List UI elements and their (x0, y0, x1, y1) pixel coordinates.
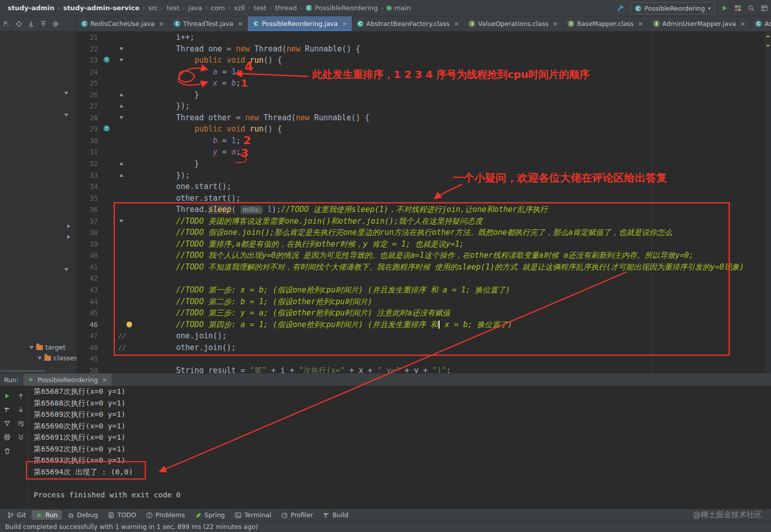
close-icon[interactable]: × (638, 20, 644, 27)
editor-tab[interactable]: CAbstractBeanFactory.class× (352, 16, 464, 31)
editor-tab[interactable]: IBaseMapper.class× (563, 16, 648, 31)
line-number[interactable]: 35 (76, 193, 100, 204)
build-button[interactable] (4, 406, 11, 413)
error-stripe[interactable] (765, 32, 771, 373)
line-number[interactable]: 27 (76, 100, 100, 112)
code-text[interactable]: b = 1; (135, 135, 771, 147)
line-number[interactable]: 42 (76, 273, 100, 284)
line-number[interactable]: 48 (76, 342, 100, 354)
close-icon[interactable]: × (553, 20, 558, 27)
code-text[interactable]: } (135, 158, 771, 170)
code-text[interactable]: public void run() { (135, 123, 771, 135)
tree-expand-icon[interactable] (38, 357, 42, 360)
fold-expand-icon[interactable] (119, 104, 123, 108)
warning-mark[interactable] (766, 45, 769, 46)
code-text[interactable]: y = a; (135, 146, 771, 158)
editor-tab[interactable]: CRedisCacheUse.java× (76, 16, 169, 31)
editor-tab[interactable]: CPossibleReordering.java× (248, 16, 352, 31)
tree-item-classes[interactable]: classes (38, 354, 77, 362)
tree-collapse-icon[interactable] (67, 224, 70, 228)
close-icon[interactable]: × (238, 20, 243, 27)
project-panel-label[interactable]: P.. (4, 20, 10, 28)
tool-window-button-terminal[interactable]: Terminal (230, 510, 275, 520)
breadcrumb-item[interactable]: java (188, 4, 202, 12)
code-text[interactable]: //TODO 第四步: a = 1; (假设one抢到cpu时间片) (并且发生… (135, 319, 771, 331)
code-text[interactable]: other.join(); (135, 342, 771, 354)
code-text[interactable]: //TODO 第二步: b = 1; (假设other抢到cpu时间片) (135, 296, 771, 308)
fold-expand-icon[interactable] (119, 162, 123, 165)
rerun-button[interactable] (4, 392, 11, 400)
code-text[interactable]: //TODO 假设one.join();那么肯定是先执行完one里边的run方法… (135, 227, 771, 238)
override-method-icon[interactable]: ↑ (104, 125, 110, 131)
print-button[interactable] (4, 434, 11, 441)
breadcrumb-item[interactable]: com (211, 4, 225, 12)
breadcrumb-item[interactable]: thread (275, 4, 297, 12)
line-number[interactable]: 33 (76, 170, 100, 181)
console-output[interactable]: 第65687次执行(x=0 y=1)第65688次执行(x=0 y=1)第656… (29, 386, 771, 509)
code-text[interactable]: //TODO 不知道我理解的对不对，有时间找个大佬请教下。我在跑程序时候 使用的… (135, 261, 771, 273)
layout-button[interactable] (761, 5, 768, 12)
code-text[interactable]: one.start(); (135, 181, 771, 193)
tree-item-target[interactable]: target (30, 343, 66, 351)
locate-icon[interactable] (15, 20, 22, 28)
tool-window-button-profiler[interactable]: Profiler (277, 510, 317, 520)
breadcrumb-item[interactable]: test (253, 4, 266, 12)
code-text[interactable]: public void run() { (135, 55, 771, 66)
code-text[interactable]: //TODO 美团的博客说这里需要one.join()和other.join()… (135, 216, 771, 227)
code-text[interactable]: one.join(); (135, 330, 771, 342)
tree-expand-icon[interactable] (64, 114, 68, 117)
line-number[interactable]: 24 (76, 66, 100, 78)
breadcrumb-item[interactable]: main (387, 4, 410, 12)
line-number[interactable]: 30 (76, 135, 100, 147)
close-icon[interactable]: × (102, 376, 107, 384)
intention-bulb-icon[interactable] (126, 322, 132, 327)
line-number[interactable]: 44 (76, 296, 100, 308)
search-button[interactable] (748, 5, 755, 12)
line-number[interactable]: 23 (76, 55, 100, 66)
code-text[interactable]: i++; (135, 32, 771, 43)
line-number[interactable]: 28 (76, 112, 100, 124)
tool-window-button-run[interactable]: Run (32, 510, 62, 520)
expand-icon[interactable] (28, 20, 35, 28)
breadcrumb-item[interactable]: CPossibleReordering (305, 4, 378, 12)
breadcrumb-item[interactable]: xzll (234, 4, 245, 12)
close-icon[interactable]: × (454, 20, 459, 27)
tree-collapse-icon[interactable] (67, 235, 70, 239)
soft-wrap-button[interactable] (17, 420, 24, 427)
horizontal-scrollbar[interactable] (0, 370, 46, 372)
code-text[interactable]: }); (135, 170, 771, 181)
fold-collapse-icon[interactable] (119, 47, 123, 50)
tool-window-button-spring[interactable]: Spring (191, 510, 229, 520)
code-text[interactable]: //TODO 第三步: y = a; (假设other抢到cpu时间片) 注意此… (135, 307, 771, 319)
fold-expand-icon[interactable] (119, 93, 123, 96)
tool-window-button-git[interactable]: Git (3, 510, 30, 520)
line-number[interactable]: 41 (76, 261, 100, 273)
override-method-icon[interactable]: ↑ (104, 57, 110, 63)
tree-expand-icon[interactable] (64, 92, 68, 95)
navigate-up-button[interactable] (17, 392, 24, 400)
line-number[interactable]: 39 (76, 238, 100, 250)
breadcrumb-item[interactable]: test (167, 4, 179, 12)
line-number[interactable]: 40 (76, 250, 100, 261)
tree-expand-icon[interactable] (30, 346, 34, 349)
line-number[interactable]: 26 (76, 89, 100, 101)
code-text[interactable]: other.start(); (135, 193, 771, 204)
code-text[interactable] (135, 353, 771, 365)
breadcrumb-item[interactable]: src (148, 4, 158, 12)
tool-window-button-build[interactable]: Build (319, 510, 352, 520)
close-icon[interactable]: × (342, 20, 347, 27)
line-number[interactable]: 46 (76, 319, 100, 331)
code-text[interactable]: x = b; (135, 77, 771, 89)
editor-tab[interactable]: CAdminUserDO.java (751, 16, 771, 31)
line-number[interactable]: 45 (76, 307, 100, 319)
run-button[interactable] (721, 5, 728, 12)
line-number[interactable]: 34 (76, 181, 100, 193)
wrench-icon[interactable] (616, 4, 625, 12)
line-number[interactable]: 31 (76, 146, 100, 158)
fold-collapse-icon[interactable] (119, 59, 123, 62)
navigate-down-button[interactable] (17, 406, 24, 413)
line-number[interactable]: 47 (76, 330, 100, 342)
code-text[interactable]: a = 1; (135, 66, 771, 78)
code-editor[interactable]: 21 i++;22 Thread one = new Thread(new Ru… (76, 32, 771, 373)
breadcrumb-item[interactable]: study-admin (8, 4, 55, 12)
